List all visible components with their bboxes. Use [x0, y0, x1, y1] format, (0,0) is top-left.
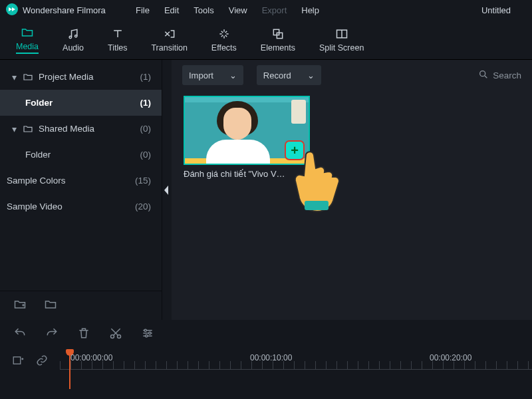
menu-help[interactable]: Help	[301, 5, 319, 15]
svg-rect-7	[305, 201, 329, 210]
link-icon[interactable]	[36, 354, 48, 369]
text-icon	[111, 27, 124, 41]
music-icon	[66, 27, 80, 41]
chevron-down-icon: ▾	[9, 72, 19, 82]
timecode: 00:00:20:00	[430, 353, 471, 362]
sidebar-item-label: Shared Media	[39, 124, 94, 134]
media-sidebar: ▾ Project Media (1) Folder (1) ▾ Shared …	[0, 60, 162, 320]
sidebar-item-project-media[interactable]: ▾ Project Media (1)	[0, 64, 162, 90]
app-title: Wondershare Filmora	[23, 5, 106, 15]
timeline-toolbar	[0, 320, 532, 349]
transition-icon	[163, 27, 176, 41]
tool-tabs: Media Audio Titles Transition Effects El…	[0, 20, 532, 60]
clip-badge-icon	[291, 100, 306, 124]
menu-export: Export	[262, 5, 287, 15]
undo-icon[interactable]	[13, 327, 27, 342]
sidebar-item-label: Folder	[25, 98, 53, 108]
svg-rect-4	[277, 33, 282, 38]
tab-effects[interactable]: Effects	[200, 20, 249, 59]
title-bar: Wondershare Filmora File Edit Tools View…	[0, 0, 532, 20]
sidebar-item-folder[interactable]: Folder (1)	[0, 90, 162, 116]
folder-icon	[23, 124, 33, 134]
sidebar-item-label: Folder	[25, 150, 51, 160]
folder-icon	[23, 72, 33, 82]
timeline-ruler[interactable]: 00:00:00:00 00:00:10:00 00:00:20:00	[60, 349, 532, 399]
app-logo-icon	[5, 3, 19, 18]
split-screen-icon	[335, 27, 348, 41]
tab-transition[interactable]: Transition	[139, 20, 199, 59]
svg-point-6	[480, 70, 485, 76]
chevron-down-icon: ▾	[9, 124, 19, 134]
layers-icon	[271, 27, 285, 41]
pane-divider[interactable]	[162, 60, 172, 320]
svg-point-11	[149, 332, 151, 334]
menu-tools[interactable]: Tools	[194, 5, 213, 15]
sidebar-item-shared-media[interactable]: ▾ Shared Media (0)	[0, 116, 162, 142]
sidebar-item-shared-folder[interactable]: Folder (0)	[0, 142, 162, 168]
document-title: Untitled	[481, 5, 527, 15]
folder-icon	[21, 26, 34, 39]
media-clip[interactable]: + Đánh giá chi tiết "Vivo V…	[184, 96, 310, 179]
media-gallery-panel: Import ⌄ Record ⌄ Search + Đánh giá c	[172, 60, 532, 320]
svg-rect-13	[13, 357, 21, 364]
sidebar-item-label: Project Media	[39, 72, 94, 82]
clip-thumbnail: +	[184, 96, 310, 165]
sidebar-item-label: Sample Video	[7, 201, 63, 211]
add-to-timeline-button[interactable]: +	[285, 140, 305, 160]
timecode: 00:00:10:00	[250, 353, 292, 362]
new-folder-icon[interactable]	[13, 298, 27, 314]
menu-edit[interactable]: Edit	[164, 5, 179, 15]
svg-point-10	[144, 329, 146, 331]
search-icon	[478, 69, 489, 82]
main-panel: ▾ Project Media (1) Folder (1) ▾ Shared …	[0, 60, 532, 320]
svg-point-12	[146, 335, 148, 337]
record-dropdown[interactable]: Record ⌄	[257, 65, 321, 85]
svg-rect-3	[273, 29, 279, 35]
clip-title: Đánh giá chi tiết "Vivo V…	[184, 169, 310, 179]
timecode: 00:00:00:00	[70, 353, 112, 362]
chevron-down-icon: ⌄	[307, 70, 315, 80]
redo-icon[interactable]	[45, 327, 59, 342]
svg-point-1	[69, 36, 71, 38]
menu-file[interactable]: File	[136, 5, 150, 15]
tab-split-screen[interactable]: Split Screen	[307, 20, 376, 59]
delete-icon[interactable]	[77, 327, 90, 342]
folder-outline-icon[interactable]	[44, 298, 57, 314]
chevron-down-icon: ⌄	[229, 70, 237, 80]
sliders-icon[interactable]	[141, 327, 154, 342]
sidebar-item-label: Sample Colors	[7, 176, 66, 186]
sparkle-icon	[217, 27, 231, 41]
tab-titles[interactable]: Titles	[96, 20, 139, 59]
tab-media[interactable]: Media	[4, 20, 51, 59]
cut-icon[interactable]	[109, 327, 122, 342]
add-track-icon[interactable]	[12, 354, 24, 369]
sidebar-item-sample-colors[interactable]: Sample Colors (15)	[0, 168, 162, 194]
search-input[interactable]: Search	[478, 69, 521, 82]
svg-point-2	[75, 35, 77, 37]
menu-view[interactable]: View	[229, 5, 247, 15]
sidebar-item-sample-video[interactable]: Sample Video (20)	[0, 194, 162, 219]
timeline[interactable]: 00:00:00:00 00:00:10:00 00:00:20:00	[0, 349, 532, 399]
tab-audio[interactable]: Audio	[51, 20, 96, 59]
tab-elements[interactable]: Elements	[249, 20, 307, 59]
import-dropdown[interactable]: Import ⌄	[182, 65, 243, 85]
